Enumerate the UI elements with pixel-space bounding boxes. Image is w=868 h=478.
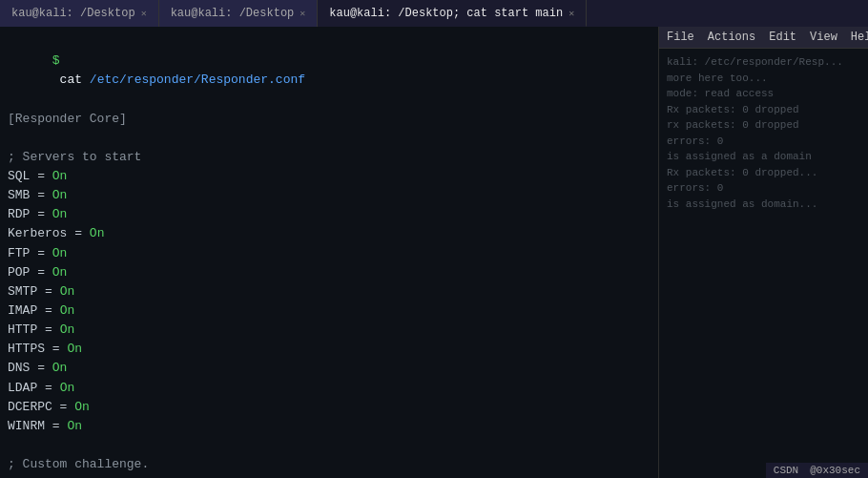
prompt-cmd: cat /etc/responder/Responder.conf [52, 73, 305, 87]
menu-edit[interactable]: Edit [769, 31, 796, 44]
tab-1-close[interactable]: ✕ [141, 8, 147, 19]
right-panel: File Actions Edit View Help kali: /etc/r… [658, 27, 868, 478]
right-line-7: Rx packets: 0 dropped... [667, 165, 860, 181]
term-line-0: [Responder Core] [8, 110, 651, 129]
term-line-12: HTTPS = On [8, 340, 651, 359]
right-panel-content: kali: /etc/responder/Resp...more here to… [659, 49, 868, 218]
tab-1[interactable]: kau@kali: /Desktop ✕ [0, 0, 159, 27]
term-line-4: SMB = On [8, 186, 651, 205]
status-bar: CSDN @0x30sec [766, 463, 868, 478]
term-line-3: SQL = On [8, 167, 651, 186]
tab-2[interactable]: kau@kali: /Desktop ✕ [159, 0, 319, 27]
term-line-8: POP = On [8, 263, 651, 282]
tab-3[interactable]: kau@kali: /Desktop; cat start main ✕ [318, 0, 587, 27]
prompt-line: $ cat /etc/responder/Responder.conf [8, 32, 651, 110]
term-line-17 [8, 436, 651, 455]
term-line-19: ; Use "Random" for generating a random c… [8, 474, 651, 478]
term-line-1 [8, 129, 651, 148]
right-line-6: is assigned as a domain [667, 149, 860, 165]
term-line-14: LDAP = On [8, 379, 651, 398]
term-line-18: ; Custom challenge. [8, 455, 651, 474]
term-line-10: IMAP = On [8, 301, 651, 321]
right-line-9: is assigned as domain... [667, 197, 860, 213]
right-line-2: mode: read access [667, 86, 860, 102]
tab-2-label: kau@kali: /Desktop [171, 7, 295, 20]
right-line-0: kali: /etc/responder/Resp... [667, 54, 860, 71]
term-line-13: DNS = On [8, 359, 651, 378]
term-line-15: DCERPC = On [8, 398, 651, 417]
terminal-left[interactable]: $ cat /etc/responder/Responder.conf [Res… [0, 27, 658, 478]
terminal-content: [Responder Core] ; Servers to startSQL =… [8, 110, 651, 478]
right-line-1: more here too... [667, 71, 860, 87]
tab-3-label: kau@kali: /Desktop; cat start main [329, 7, 563, 20]
tab-3-close[interactable]: ✕ [568, 8, 574, 19]
right-line-5: errors: 0 [667, 134, 860, 150]
right-line-8: errors: 0 [667, 180, 860, 197]
status-item-0: CSDN [774, 465, 798, 476]
term-line-6: Kerberos = On [8, 224, 651, 243]
status-item-1: @0x30sec [810, 465, 860, 476]
menu-help[interactable]: Help [851, 31, 868, 44]
tab-2-close[interactable]: ✕ [300, 8, 305, 19]
term-line-11: HTTP = On [8, 321, 651, 340]
right-menu-bar: File Actions Edit View Help [659, 27, 868, 49]
menu-file[interactable]: File [667, 31, 694, 44]
term-line-5: RDP = On [8, 205, 651, 224]
tab-1-label: kau@kali: /Desktop [11, 7, 135, 20]
menu-actions[interactable]: Actions [708, 31, 755, 44]
term-line-9: SMTP = On [8, 282, 651, 301]
prompt-dollar: $ [52, 53, 60, 68]
term-line-2: ; Servers to start [8, 148, 651, 167]
terminal-wrapper: $ cat /etc/responder/Responder.conf [Res… [0, 27, 868, 478]
prompt-path: /etc/responder/Responder.conf [90, 73, 305, 87]
tabs-bar: kau@kali: /Desktop ✕ kau@kali: /Desktop … [0, 0, 868, 27]
menu-view[interactable]: View [810, 31, 837, 44]
term-line-16: WINRM = On [8, 417, 651, 436]
right-line-3: Rx packets: 0 dropped [667, 102, 860, 118]
right-line-4: rx packets: 0 dropped [667, 117, 860, 134]
term-line-7: FTP = On [8, 244, 651, 263]
